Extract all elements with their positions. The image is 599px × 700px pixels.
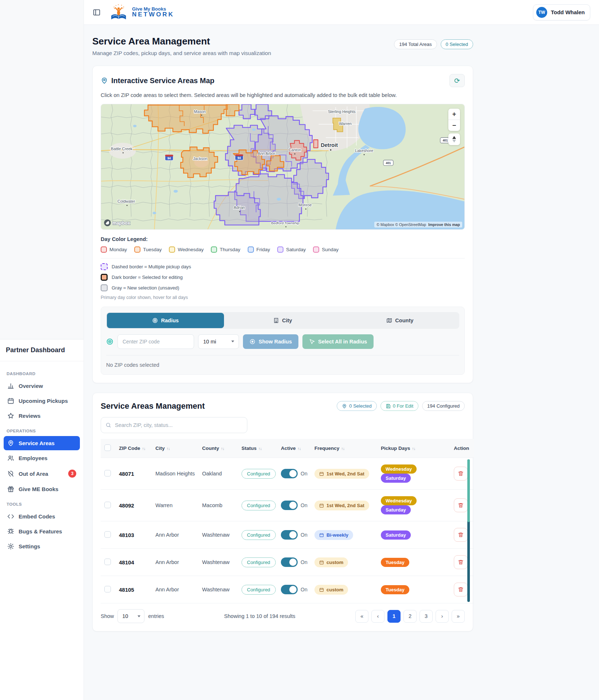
bug-icon (7, 528, 14, 535)
prev-page-button[interactable]: ‹ (371, 610, 384, 623)
show-radius-button[interactable]: Show Radius (243, 334, 298, 349)
i94-shield: 94 (165, 155, 173, 160)
sidebar-section-tools: TOOLS (7, 502, 77, 506)
active-toggle[interactable] (281, 530, 298, 540)
page-size-select[interactable]: 10 (117, 609, 144, 623)
sidebar-item-bugs-features[interactable]: Bugs & Features (4, 524, 80, 538)
sidebar-item-reviews[interactable]: Reviews (4, 409, 80, 423)
table-badges: 0 Selected 0 For Edit 194 Configured (337, 401, 465, 411)
row-checkbox[interactable] (104, 559, 111, 565)
active-toggle[interactable] (281, 557, 298, 567)
page-2-button[interactable]: 2 (403, 610, 417, 623)
user-menu[interactable]: TW Todd Whalen (533, 4, 590, 20)
sort-icon[interactable]: ↑↓ (298, 446, 301, 451)
city-cell: Ann Arbor (152, 576, 198, 603)
sidebar-item-out-of-area[interactable]: Out of Area 3 (4, 466, 80, 481)
active-toggle[interactable] (281, 469, 298, 478)
pickup-day-pill: Wednesday (381, 496, 417, 505)
show-label: Show (101, 613, 114, 619)
frequency-badge: 1st Wed, 2nd Sat (314, 501, 369, 510)
toggle-knob (289, 470, 297, 477)
page-3-button[interactable]: 3 (420, 610, 433, 623)
zoom-out-button[interactable]: − (448, 120, 460, 131)
select-all-in-radius-button[interactable]: Select All in Radius (302, 334, 374, 349)
radius-selector-panel: Radius City County (101, 307, 465, 375)
sidebar-item-give-me-books[interactable]: Give ME Books (4, 482, 80, 496)
delete-row-button[interactable] (454, 467, 468, 481)
delete-row-button[interactable] (454, 555, 468, 569)
first-page-button[interactable]: « (355, 610, 368, 623)
tuesday-swatch (134, 246, 140, 253)
sort-icon[interactable]: ↑↓ (142, 446, 145, 451)
sidebar-item-service-areas[interactable]: Service Areas (4, 436, 80, 450)
tab-county[interactable]: County (341, 313, 459, 328)
configured-badge: 194 Configured (422, 401, 465, 411)
table-footer: Show 10 entries Showing 1 to 10 of 194 r… (101, 603, 465, 623)
last-page-button[interactable]: » (452, 610, 465, 623)
map-canvas[interactable]: 94 94 401 401 (101, 104, 464, 229)
county-cell: Macomb (198, 490, 238, 521)
page-content: Service Area Management Manage ZIP codes… (84, 25, 473, 631)
center-zip-input[interactable] (117, 334, 194, 349)
zoom-in-button[interactable]: + (448, 109, 460, 120)
tab-city[interactable]: City (224, 313, 341, 328)
search-input[interactable] (101, 417, 247, 433)
row-checkbox[interactable] (104, 470, 111, 477)
sidebar-item-employees[interactable]: Employees (4, 451, 80, 465)
mapbox-logo[interactable]: mapbox (104, 219, 130, 226)
improve-map-link[interactable]: Improve this map (428, 222, 460, 227)
zip-cell: 48103 (115, 521, 152, 549)
trash-icon (458, 587, 464, 592)
delete-row-button[interactable] (454, 583, 468, 596)
sidebar-item-overview[interactable]: Overview (4, 379, 80, 393)
location-pin-icon (7, 440, 14, 447)
legend-note-dashed: Dashed border = Multiple pickup days (101, 263, 465, 270)
scrollbar-thumb[interactable] (467, 459, 470, 522)
svg-text:Lakeshore: Lakeshore (355, 148, 373, 153)
service-areas-map[interactable]: 94 94 401 401 (101, 104, 465, 230)
city-cell: Madison Heights (152, 458, 198, 490)
row-checkbox[interactable] (104, 502, 111, 508)
calendar-icon (319, 503, 324, 508)
delete-row-button[interactable] (454, 498, 468, 512)
pickup-day-pill: Tuesday (381, 585, 409, 594)
sidebar-item-settings[interactable]: Settings (4, 539, 80, 553)
svg-text:401: 401 (443, 139, 448, 142)
row-checkbox[interactable] (104, 586, 111, 592)
sidebar-item-upcoming-pickups[interactable]: Upcoming Pickups (4, 394, 80, 408)
delete-row-button[interactable] (454, 528, 468, 542)
dark-border-swatch (101, 274, 108, 281)
svg-text:mapbox: mapbox (112, 220, 130, 226)
attribution-text[interactable]: © Mapbox © OpenStreetMap (376, 222, 426, 227)
sort-icon[interactable]: ↑↓ (167, 446, 170, 451)
sidebar-toggle-icon[interactable] (93, 8, 101, 16)
page-1-button[interactable]: 1 (387, 610, 401, 623)
row-checkbox[interactable] (104, 531, 111, 538)
page-size-control: Show 10 entries (101, 609, 164, 623)
sort-icon[interactable]: ↑↓ (258, 446, 262, 451)
brand-logo[interactable]: Give My Books NETWORK (109, 3, 174, 22)
trash-icon (458, 532, 464, 538)
active-toggle[interactable] (281, 501, 298, 510)
radius-controls-row: 10 mi Show Radius Select All in Radius (106, 334, 459, 349)
toggle-knob (289, 531, 297, 538)
save-icon (386, 404, 391, 409)
active-toggle[interactable] (281, 585, 298, 594)
compass-south-icon (452, 140, 456, 143)
compass-button[interactable] (448, 133, 460, 145)
results-summary: Showing 1 to 10 of 194 results (164, 613, 355, 619)
tab-radius[interactable]: Radius (107, 313, 224, 328)
select-all-checkbox[interactable] (104, 444, 111, 451)
refresh-map-button[interactable]: ⟳ (449, 74, 465, 87)
sort-icon[interactable]: ↑↓ (221, 446, 224, 451)
sort-icon[interactable]: ↑↓ (341, 446, 344, 451)
hwy-401-shield-2: 401 (383, 160, 393, 166)
sort-icon[interactable]: ↑↓ (412, 446, 415, 451)
frequency-badge: Bi-weekly (314, 530, 353, 540)
selector-tabs: Radius City County (106, 312, 459, 329)
radius-distance-select[interactable]: 10 mi (198, 334, 239, 349)
page-header: Service Area Management Manage ZIP codes… (92, 36, 473, 56)
next-page-button[interactable]: › (436, 610, 449, 623)
table-scrollbar[interactable] (467, 459, 470, 602)
sidebar-item-embed-codes[interactable]: Embed Codes (4, 509, 80, 524)
